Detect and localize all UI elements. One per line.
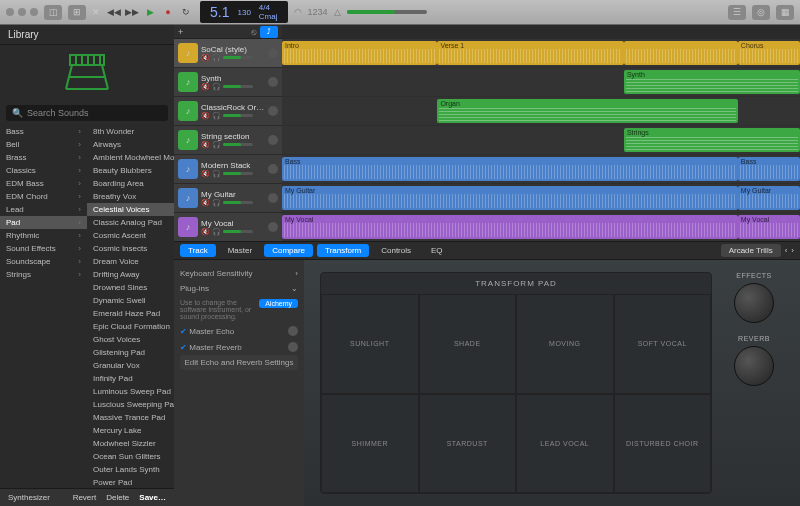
region[interactable]: Verse 1 [437, 41, 623, 65]
loop-browser-icon[interactable]: ◎ [752, 5, 770, 20]
add-track-icon[interactable]: + [178, 27, 183, 37]
category-item[interactable]: Brass› [0, 151, 87, 164]
pan-knob[interactable] [268, 193, 278, 203]
patch-item[interactable]: Modwheel Sizzler [87, 437, 174, 450]
footer-category[interactable]: Synthesizer [8, 493, 50, 502]
catch-playhead-icon[interactable]: ⤴ [260, 26, 278, 38]
transform-cell[interactable]: SHADE [419, 294, 517, 394]
patch-item[interactable]: Classic Analog Pad [87, 216, 174, 229]
region[interactable]: Organ [437, 99, 737, 123]
solo-icon[interactable]: 🎧 [212, 141, 221, 149]
region[interactable]: Chorus [738, 41, 800, 65]
category-item[interactable]: Soundscape› [0, 255, 87, 268]
patch-item[interactable]: Airways [87, 138, 174, 151]
patch-item[interactable]: Drowned Sines [87, 281, 174, 294]
quick-help-icon[interactable]: ⊞ [68, 5, 86, 20]
patch-item[interactable]: Beauty Blubbers [87, 164, 174, 177]
notepad-icon[interactable]: ☰ [728, 5, 746, 20]
toolbar-x-icon[interactable]: ✕ [92, 7, 100, 17]
region[interactable]: Intro [282, 41, 437, 65]
category-item[interactable]: EDM Chord› [0, 190, 87, 203]
transform-cell[interactable]: STARDUST [419, 394, 517, 494]
rewind-icon[interactable]: ◀◀ [106, 4, 122, 20]
region[interactable]: Synth [624, 70, 800, 94]
track-volume-slider[interactable] [223, 56, 253, 59]
transform-cell[interactable]: SHIMMER [321, 394, 419, 494]
transform-cell[interactable]: SOFT VOCAL [614, 294, 712, 394]
region[interactable]: My Guitar [282, 186, 738, 210]
automation-icon[interactable]: ⎋ [251, 27, 256, 37]
pan-knob[interactable] [268, 106, 278, 116]
play-icon[interactable]: ▶ [142, 4, 158, 20]
track-volume-slider[interactable] [223, 230, 253, 233]
chevron-left-icon[interactable]: ‹ [785, 246, 788, 255]
patch-item[interactable]: Boarding Area [87, 177, 174, 190]
pan-knob[interactable] [268, 48, 278, 58]
category-item[interactable]: Rhythmic› [0, 229, 87, 242]
patch-item[interactable]: Outer Lands Synth [87, 463, 174, 476]
mute-icon[interactable]: 🔇 [201, 199, 210, 207]
region[interactable]: Bass [738, 157, 800, 181]
effects-knob[interactable] [734, 283, 774, 323]
pan-knob[interactable] [268, 77, 278, 87]
tab-compare[interactable]: Compare [264, 244, 313, 257]
region[interactable]: Bass [282, 157, 738, 181]
solo-icon[interactable]: 🎧 [212, 83, 221, 91]
patch-item[interactable]: Cosmic Insects [87, 242, 174, 255]
patch-item[interactable]: Ambient Modwheel Morp… [87, 151, 174, 164]
forward-icon[interactable]: ▶▶ [124, 4, 140, 20]
patch-item[interactable]: Granular Vox [87, 359, 174, 372]
tab-eq[interactable]: EQ [423, 244, 451, 257]
editors-icon[interactable]: ▦ [776, 5, 794, 20]
tab-track[interactable]: Track [180, 244, 216, 257]
mute-icon[interactable]: 🔇 [201, 141, 210, 149]
window-controls[interactable] [6, 8, 38, 16]
category-item[interactable]: Bass› [0, 125, 87, 138]
transform-cell[interactable]: DISTURBED CHOIR [614, 394, 712, 494]
category-item[interactable]: Lead› [0, 203, 87, 216]
tab-transform[interactable]: Transform [317, 244, 369, 257]
solo-icon[interactable]: 🎧 [212, 228, 221, 236]
category-item[interactable]: Bell› [0, 138, 87, 151]
reverb-knob[interactable] [734, 346, 774, 386]
master-volume-slider[interactable] [347, 10, 427, 14]
category-item[interactable]: EDM Bass› [0, 177, 87, 190]
patch-item[interactable]: Dynamic Swell [87, 294, 174, 307]
mute-icon[interactable]: 🔇 [201, 112, 210, 120]
patch-item[interactable]: Cosmic Ascent [87, 229, 174, 242]
track-volume-slider[interactable] [223, 85, 253, 88]
master-echo-checkbox[interactable]: ✔ Master Echo [180, 323, 298, 339]
ruler[interactable] [282, 25, 800, 39]
patch-item[interactable]: 8th Wonder [87, 125, 174, 138]
metronome-icon[interactable]: △ [334, 7, 341, 17]
track-volume-slider[interactable] [223, 143, 253, 146]
save-button[interactable]: Save… [139, 493, 166, 502]
category-item[interactable]: Classics› [0, 164, 87, 177]
solo-icon[interactable]: 🎧 [212, 54, 221, 62]
track-header[interactable]: ♪Synth🔇🎧 [174, 68, 282, 97]
keyboard-sensitivity-row[interactable]: Keyboard Sensitivity› [180, 266, 298, 281]
transform-cell[interactable]: MOVING [516, 294, 614, 394]
pan-knob[interactable] [268, 135, 278, 145]
search-input[interactable]: 🔍Search Sounds [6, 105, 168, 121]
patch-item[interactable]: Emerald Haze Pad [87, 307, 174, 320]
arrange-area[interactable]: IntroVerse 1ChorusSynthOrganStringsBassB… [282, 25, 800, 241]
region[interactable]: My Vocal [738, 215, 800, 239]
revert-button[interactable]: Revert [73, 493, 97, 502]
pan-knob[interactable] [268, 164, 278, 174]
region[interactable]: Strings [624, 128, 800, 152]
tab-master[interactable]: Master [220, 244, 260, 257]
region[interactable]: My Guitar [738, 186, 800, 210]
region[interactable] [624, 41, 738, 65]
track-header[interactable]: ♪My Vocal🔇🎧 [174, 213, 282, 242]
track-volume-slider[interactable] [223, 201, 253, 204]
edit-fx-button[interactable]: Edit Echo and Reverb Settings [180, 355, 298, 370]
solo-icon[interactable]: 🎧 [212, 199, 221, 207]
chevron-right-icon[interactable]: › [791, 246, 794, 255]
category-item[interactable]: Sound Effects› [0, 242, 87, 255]
patch-item[interactable]: Luminous Sweep Pad [87, 385, 174, 398]
pan-knob[interactable] [268, 222, 278, 232]
mute-icon[interactable]: 🔇 [201, 54, 210, 62]
patch-item[interactable]: Ghost Voices [87, 333, 174, 346]
patch-item[interactable]: Power Pad [87, 476, 174, 488]
